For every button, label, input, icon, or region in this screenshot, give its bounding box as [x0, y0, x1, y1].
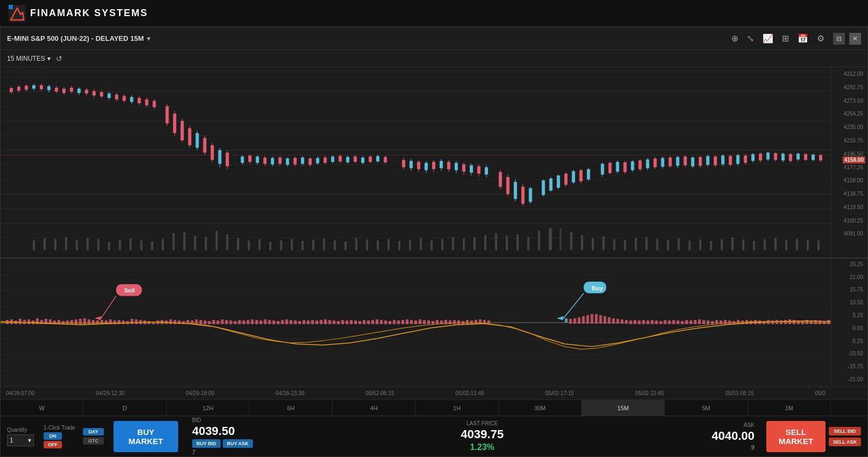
svg-rect-136	[188, 128, 192, 145]
sell-ask-button[interactable]: SELL ASK	[829, 438, 861, 446]
svg-rect-284	[781, 154, 785, 161]
svg-rect-358	[238, 320, 241, 324]
svg-rect-100	[47, 86, 51, 90]
svg-rect-418	[569, 319, 572, 324]
chart-tools: ⊕ ⤡ 📈 ⊞ 📅 ⚙	[731, 33, 824, 44]
svg-rect-74	[667, 240, 669, 250]
svg-rect-397	[406, 319, 408, 324]
tf-button-4h[interactable]: 4H	[333, 400, 415, 416]
svg-rect-18	[65, 237, 67, 251]
svg-rect-357	[234, 321, 236, 324]
day-button[interactable]: DAY	[83, 428, 104, 435]
svg-rect-118	[115, 95, 118, 99]
svg-rect-258	[683, 156, 687, 165]
tf-button-1h[interactable]: 1H	[415, 400, 498, 416]
settings-icon[interactable]: ⚙	[817, 33, 824, 44]
svg-rect-388	[367, 320, 370, 324]
minimize-button[interactable]: ⊟	[833, 33, 845, 45]
svg-rect-246	[638, 160, 641, 169]
svg-rect-467	[780, 320, 782, 324]
svg-rect-403	[432, 321, 434, 324]
svg-rect-116	[108, 94, 111, 98]
tf-button-d[interactable]: D	[83, 400, 166, 416]
svg-rect-58	[495, 233, 497, 251]
tf-button-1m[interactable]: 1M	[748, 400, 831, 416]
svg-rect-375	[311, 320, 314, 324]
svg-rect-184	[376, 156, 379, 161]
tf-button-w[interactable]: W	[1, 400, 83, 416]
calendar-icon[interactable]: 📅	[798, 33, 808, 44]
svg-rect-122	[130, 97, 133, 102]
svg-rect-214	[506, 177, 510, 194]
svg-line-481	[100, 296, 116, 320]
buy-ask-button[interactable]: BUY ASK	[223, 439, 253, 448]
svg-rect-351	[208, 321, 211, 324]
svg-rect-144	[218, 150, 221, 163]
refresh-button[interactable]: ↺	[56, 54, 62, 63]
svg-rect-52	[431, 240, 433, 250]
tf-button-15m[interactable]: 15M	[582, 400, 665, 416]
sell-bid-button[interactable]: SELL BID	[829, 427, 861, 435]
price-axis-labels: 4312.00 4292.75 4273.50 4254.25 4235.00 …	[831, 67, 865, 258]
svg-rect-429	[617, 319, 619, 324]
price-tick: 4312.00	[844, 71, 863, 77]
svg-rect-381	[337, 321, 340, 324]
timeframe-dropdown[interactable]: 15 MINUTES ▾	[7, 55, 51, 62]
svg-rect-264	[706, 156, 709, 165]
svg-rect-150	[248, 155, 251, 162]
svg-rect-48	[387, 239, 390, 251]
ind-tick: 26.25	[850, 261, 863, 267]
svg-rect-132	[173, 113, 177, 133]
chart-title-dropdown[interactable]: ▾	[147, 35, 150, 42]
toggle-off-button[interactable]: OFF	[44, 441, 62, 448]
ind-tick: 15.75	[850, 287, 863, 292]
toggle-on-button[interactable]: ON	[44, 432, 62, 440]
svg-rect-450	[707, 320, 709, 324]
cursor-icon[interactable]: ⤡	[747, 33, 754, 44]
svg-rect-427	[608, 317, 611, 324]
buy-bid-ask-row: BUY BID BUY ASK	[192, 439, 253, 448]
svg-rect-447	[694, 320, 696, 324]
price-tick: 4292.75	[844, 84, 863, 90]
svg-rect-266	[714, 156, 717, 165]
time-label: 05/02-22:45	[635, 390, 664, 396]
svg-rect-362	[255, 320, 258, 324]
tf-button-12h[interactable]: 12H	[167, 400, 250, 416]
svg-rect-124	[138, 98, 141, 103]
svg-rect-24	[130, 239, 132, 251]
sell-annotation: Sell	[95, 284, 142, 320]
tf-button-6h[interactable]: 6H	[250, 400, 333, 416]
svg-rect-63	[549, 228, 552, 251]
svg-rect-37	[269, 242, 271, 250]
last-price-section: LAST PRICE 4039.75 1.23%	[258, 420, 707, 452]
tf-button-5m[interactable]: 5M	[665, 400, 747, 416]
svg-rect-64	[560, 228, 562, 251]
svg-rect-172	[331, 156, 334, 162]
svg-rect-333	[131, 319, 133, 324]
ask-value: 4040.00	[711, 429, 754, 443]
svg-rect-378	[324, 319, 327, 324]
svg-rect-319	[70, 320, 73, 324]
line-chart-icon[interactable]: 📈	[763, 33, 773, 44]
svg-rect-204	[462, 165, 465, 172]
indicator-chart[interactable]: Sell Buy	[1, 259, 831, 387]
svg-rect-368	[281, 320, 284, 324]
crosshair-icon[interactable]: ⊕	[731, 33, 738, 44]
layers-icon[interactable]: ⊞	[782, 33, 789, 44]
svg-rect-25	[140, 240, 143, 250]
tf-button-30m[interactable]: 30M	[499, 400, 582, 416]
svg-rect-250	[653, 159, 657, 167]
price-tick: 4138.75	[844, 191, 863, 197]
sell-market-button[interactable]: SELLMARKET	[766, 421, 825, 452]
close-button[interactable]: ✕	[849, 33, 861, 45]
quantity-select[interactable]: 1 ▾	[7, 434, 34, 446]
svg-rect-473	[806, 320, 808, 324]
svg-rect-146	[225, 153, 229, 166]
gtc-button[interactable]: GTC	[83, 437, 104, 445]
svg-rect-401	[423, 320, 426, 324]
buy-market-button[interactable]: BUYMARKET	[114, 421, 178, 452]
svg-rect-402	[427, 320, 430, 324]
svg-rect-114	[100, 92, 103, 96]
candlestick-chart[interactable]	[1, 67, 831, 258]
buy-bid-button[interactable]: BUY BID	[192, 439, 221, 448]
